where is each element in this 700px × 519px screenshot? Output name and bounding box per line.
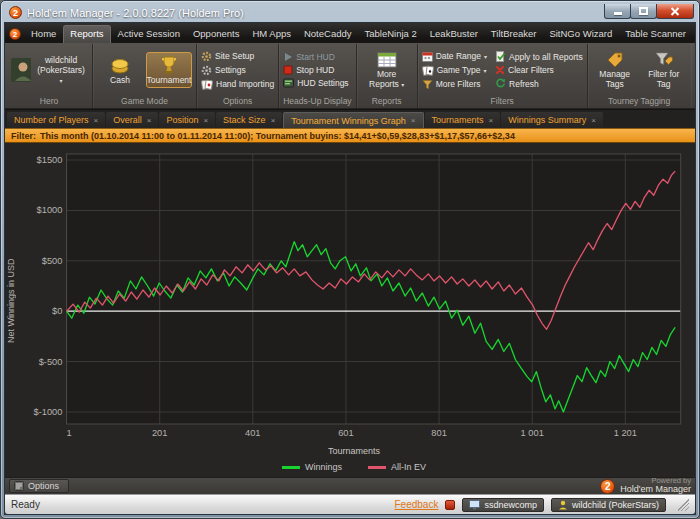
- svg-text:$1500: $1500: [37, 155, 63, 165]
- hero-avatar-icon: [11, 58, 31, 82]
- hud-settings-button[interactable]: HUD Settings: [283, 78, 349, 89]
- site-setup-button[interactable]: Site Setup: [201, 51, 274, 62]
- filter-for-tag-button[interactable]: Filter for Tag: [641, 49, 687, 92]
- feedback-link[interactable]: Feedback: [395, 499, 439, 510]
- app-content: 2 Home Reports Active Session Opponents …: [4, 22, 696, 515]
- svg-text:$-500: $-500: [39, 357, 63, 367]
- legend-winnings: Winnings: [282, 462, 342, 472]
- chart-panel: Net Winnings in USD 12014016018011 0011 …: [5, 143, 695, 477]
- close-tab-icon[interactable]: ×: [591, 116, 596, 125]
- close-button[interactable]: [656, 4, 694, 19]
- ribbon-tab-table-scanner[interactable]: Table Scanner: [619, 25, 692, 43]
- svg-text:601: 601: [338, 428, 354, 438]
- ribbon-tab-reports[interactable]: Reports: [63, 25, 110, 43]
- filter-label: Filter:: [11, 131, 36, 141]
- manage-tags-button[interactable]: Manage Tags: [592, 49, 638, 92]
- status-ready-label: Ready: [11, 499, 40, 510]
- group-label-filters: Filters: [418, 96, 587, 108]
- ribbon-group-hud: Start HUD Stop HUD HUD Settings Heads-Up…: [279, 44, 357, 108]
- minimize-icon: [614, 12, 622, 15]
- group-label-tourney-tagging: Tourney Tagging: [588, 96, 691, 108]
- ribbon-tab-tiltbreaker[interactable]: TiltBreaker: [485, 25, 543, 43]
- winnings-line-swatch: [282, 466, 300, 469]
- manage-tags-tag-icon: [606, 51, 624, 69]
- tournament-trophy-icon: [159, 55, 179, 75]
- window-title: Hold'em Manager - 2.0.0.8227 (Holdem Pro…: [27, 7, 600, 19]
- minimize-button[interactable]: [604, 4, 631, 19]
- ribbon-group-filters: Date Range ▾ Game Type ▾: [418, 44, 588, 108]
- options-icon: [14, 481, 24, 491]
- settings-gear-icon: [201, 65, 212, 76]
- ribbon-group-game-mode: Cash Tournament Game Mode: [93, 44, 197, 108]
- tournament-mode-button[interactable]: Tournament: [146, 52, 192, 89]
- ribbon-tab-opponents[interactable]: Opponents: [187, 25, 245, 43]
- ribbon-tab-strip: 2 Home Reports Active Session Opponents …: [5, 23, 695, 43]
- more-reports-button[interactable]: More Reports ▾: [361, 49, 413, 92]
- report-tab-tournaments[interactable]: Tournaments×: [425, 112, 501, 128]
- all-in-ev-line-swatch: [368, 466, 386, 469]
- report-tab-number-of-players[interactable]: Number of Players×: [7, 112, 105, 128]
- account-name: wildchild (PokerStars): [572, 500, 659, 510]
- refresh-icon: [495, 78, 506, 89]
- group-label-hud: Heads-Up Display: [279, 96, 356, 108]
- maximize-button[interactable]: [630, 4, 657, 19]
- svg-text:401: 401: [245, 428, 261, 438]
- game-type-button[interactable]: Game Type ▾: [422, 65, 487, 76]
- close-icon: [670, 7, 680, 16]
- ribbon-group-hero: wildchild (PokerStars) ▾ Hero: [6, 44, 93, 108]
- ribbon-group-tourney-tagging: Manage Tags Filter for Tag Tourney Taggi…: [588, 44, 691, 108]
- svg-text:1 201: 1 201: [614, 428, 637, 438]
- legend-winnings-label: Winnings: [305, 462, 342, 472]
- stop-hud-button[interactable]: Stop HUD: [283, 65, 349, 75]
- cash-coin-icon: [109, 55, 131, 75]
- close-tab-icon[interactable]: ×: [271, 116, 276, 125]
- computer-icon: [469, 500, 480, 510]
- start-hud-button[interactable]: Start HUD: [283, 52, 349, 62]
- resize-grip[interactable]: [677, 499, 689, 511]
- svg-text:801: 801: [431, 428, 447, 438]
- user-icon: [558, 500, 568, 510]
- refresh-button[interactable]: Refresh: [495, 78, 583, 89]
- report-tab-tournament-winnings-graph[interactable]: Tournament Winnings Graph×: [283, 112, 423, 128]
- app-menu-icon[interactable]: 2: [9, 28, 21, 40]
- hand-importing-button[interactable]: Hand Importing: [201, 79, 274, 90]
- legend-all-in-ev: All-In EV: [368, 462, 426, 472]
- more-filters-button[interactable]: More Filters: [422, 79, 487, 90]
- report-tab-overall[interactable]: Overall×: [106, 112, 158, 128]
- ribbon-tab-home[interactable]: Home: [25, 25, 62, 43]
- account-badge: wildchild (PokerStars): [551, 498, 666, 512]
- close-tab-icon[interactable]: ×: [147, 116, 152, 125]
- date-range-button[interactable]: Date Range ▾: [422, 51, 487, 62]
- ribbon-tab-sitngo-wizard[interactable]: SitNGo Wizard: [543, 25, 618, 43]
- close-tab-icon[interactable]: ×: [489, 116, 494, 125]
- svg-text:1: 1: [67, 428, 72, 438]
- options-button[interactable]: Options: [9, 479, 69, 493]
- app-logo-icon: 2: [9, 6, 22, 19]
- ribbon-tab-notecaddy[interactable]: NoteCaddy: [298, 25, 358, 43]
- ribbon-tab-hm-apps[interactable]: HM Apps: [246, 25, 297, 43]
- more-filters-funnel-icon: [422, 79, 433, 90]
- ribbon-tab-leakbuster[interactable]: LeakBuster: [424, 25, 484, 43]
- date-range-calendar-icon: [422, 51, 433, 62]
- svg-text:1 001: 1 001: [521, 428, 544, 438]
- svg-text:$0: $0: [52, 306, 62, 316]
- settings-button[interactable]: Settings: [201, 65, 274, 76]
- report-tab-winnings-summary[interactable]: Winnings Summary×: [501, 112, 603, 128]
- title-bar[interactable]: 2 Hold'em Manager - 2.0.0.8227 (Holdem P…: [4, 1, 696, 22]
- svg-text:$1000: $1000: [37, 206, 63, 216]
- close-tab-icon[interactable]: ×: [411, 116, 416, 125]
- close-tab-icon[interactable]: ×: [94, 116, 99, 125]
- ribbon-tab-tableninja[interactable]: TableNinja 2: [358, 25, 422, 43]
- app-window: 2 Hold'em Manager - 2.0.0.8227 (Holdem P…: [0, 0, 700, 519]
- hero-selector-button[interactable]: wildchild (PokerStars) ▾: [10, 53, 88, 88]
- hud-settings-icon: [283, 78, 294, 89]
- filter-text: This month (01.10.2014 11:00 to 01.11.20…: [40, 131, 515, 141]
- apply-to-all-reports-button[interactable]: Apply to all Reports: [495, 51, 583, 62]
- close-tab-icon[interactable]: ×: [203, 116, 208, 125]
- cash-mode-button[interactable]: Cash: [97, 53, 143, 88]
- clear-filters-button[interactable]: Clear Filters: [495, 65, 583, 75]
- report-tab-stack-size[interactable]: Stack Size×: [216, 112, 282, 128]
- report-tab-position[interactable]: Position×: [159, 112, 215, 128]
- alert-icon: [445, 500, 455, 510]
- ribbon-tab-active-session[interactable]: Active Session: [112, 25, 186, 43]
